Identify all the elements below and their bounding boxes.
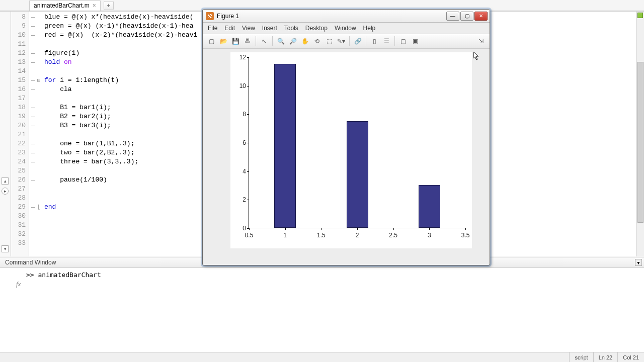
y-tick-label: 10 [233,82,246,89]
x-tick-label: 3.5 [461,232,470,239]
y-tick-label: 8 [233,111,246,118]
bar-1[interactable] [274,64,296,228]
menu-view[interactable]: View [242,25,255,32]
gutter-collapse-icon[interactable]: ▾ [2,245,9,252]
print-icon[interactable]: 🖶 [242,36,253,47]
figure-menubar: FileEditViewInsertToolsDesktopWindowHelp [203,23,490,34]
menu-desktop[interactable]: Desktop [305,25,328,32]
menu-edit[interactable]: Edit [224,25,235,32]
command-prompt: >> [26,271,38,279]
scrollbar-thumb[interactable] [637,62,643,223]
line-number-gutter: 8 9 10 11 12 13 14 15 16 17 18 19 20 21 … [11,12,29,256]
editor-scrollbar[interactable] [636,12,644,256]
fx-icon[interactable]: fx [16,280,21,288]
x-tick-label: 0.5 [245,232,254,239]
editor-left-gutter: ▴ ▸ ▾ [0,12,11,256]
y-tick-label: 0 [233,225,246,232]
bar-3[interactable] [419,185,440,228]
link-icon[interactable]: 🔗 [352,36,363,47]
figure-title: Figure 1 [217,13,239,20]
y-tick-label: 6 [233,139,246,146]
menu-tools[interactable]: Tools [284,25,298,32]
pan-icon[interactable]: ✋ [299,36,310,47]
maximize-button[interactable]: ▢ [460,12,473,21]
close-icon[interactable]: × [93,3,96,9]
x-tick-label: 2 [356,232,359,239]
x-tick-label: 2.5 [389,232,397,239]
new-figure-icon[interactable]: ▢ [206,36,217,47]
command-window-label: Command Window [5,259,56,266]
close-button[interactable]: ✕ [474,12,488,21]
new-tab-button[interactable]: + [104,1,114,10]
status-line: Ln 22 [593,352,618,362]
axes-background: 0246810120.511.522.533.5 [230,52,472,248]
command-window[interactable]: ▾ >> animatedBarChart fx [0,268,644,352]
data-cursor-icon[interactable]: ⬚ [324,36,335,47]
menu-file[interactable]: File [208,25,217,32]
y-tick-label: 2 [233,196,246,203]
figure-window: Figure 1 — ▢ ✕ FileEditViewInsertToolsDe… [202,9,490,265]
minimize-button[interactable]: — [446,12,459,21]
brush-icon[interactable]: ✎▾ [336,36,347,47]
status-bar: script Ln 22 Col 21 [0,352,644,362]
legend-icon[interactable]: ☰ [381,36,392,47]
rotate-icon[interactable]: ⟲ [311,36,323,47]
dock-icon[interactable]: ⇲ [475,36,487,47]
x-tick-label: 1 [283,232,287,239]
zoom-in-icon[interactable]: 🔍 [275,36,286,47]
command-entry: animatedBarChart [38,271,101,279]
colorbar-icon[interactable]: ▯ [369,36,380,47]
hide-tools-icon[interactable]: ▢ [397,36,409,47]
breakpoint-gutter: – – – – – – – – – – – – – – – [29,12,37,256]
fold-gutter: ⊟ ⌊ [37,12,44,256]
gutter-run-icon[interactable]: ▸ [2,188,9,195]
gutter-expand-icon[interactable]: ▴ [2,177,9,185]
x-tick-label: 3 [428,232,431,239]
figure-toolbar: ▢ 📂 💾 🖶 ↖ 🔍 🔎 ✋ ⟲ ⬚ ✎▾ 🔗 ▯ ☰ ▢ ▣ ⇲ [203,34,490,49]
status-mode: script [569,352,593,362]
bar-2[interactable] [347,121,368,228]
menu-help[interactable]: Help [363,25,376,32]
menu-window[interactable]: Window [335,25,356,32]
x-tick-label: 1.5 [317,232,326,239]
y-tick-label: 4 [233,168,246,175]
y-tick-label: 12 [233,54,246,61]
menu-insert[interactable]: Insert [262,25,277,32]
figure-icon [206,12,214,20]
axes[interactable]: 0246810120.511.522.533.5 [249,57,465,228]
command-window-menu-icon[interactable]: ▾ [635,259,642,266]
tab-label: animatedBarChart.m [34,2,90,9]
status-col: Col 21 [617,352,644,362]
pointer-icon[interactable]: ↖ [259,36,270,47]
zoom-out-icon[interactable]: 🔎 [287,36,298,47]
open-icon[interactable]: 📂 [218,36,229,47]
figure-titlebar[interactable]: Figure 1 — ▢ ✕ [203,10,490,23]
show-tools-icon[interactable]: ▣ [410,36,421,47]
save-icon[interactable]: 💾 [230,36,241,47]
editor-tab[interactable]: animatedBarChart.m × [29,1,101,11]
code-health-indicator [637,13,643,18]
